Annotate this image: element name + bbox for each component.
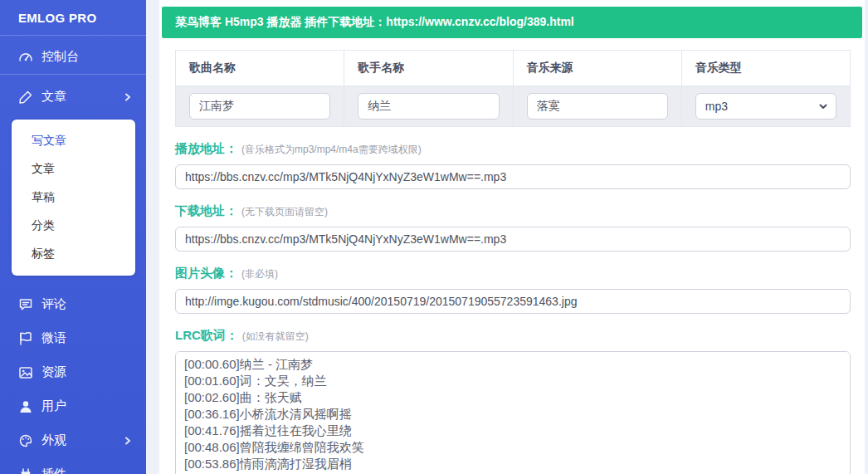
submenu-item-drafts[interactable]: 草稿: [12, 183, 135, 212]
comment-icon: [18, 297, 33, 312]
download-url-hint: (无下载页面请留空): [241, 206, 328, 217]
play-url-group: 播放地址：(音乐格式为mp3/mp4/m4a需要跨域权限): [175, 141, 851, 189]
chevron-right-icon: [123, 92, 133, 102]
lrc-hint: (如没有就留空): [242, 330, 309, 342]
articles-submenu: 写文章 文章 草稿 分类 标签: [12, 120, 135, 276]
lrc-label: LRC歌词：: [175, 328, 238, 342]
sidebar-item-label: 控制台: [41, 49, 79, 65]
sidebar-item-label: 外观: [41, 432, 66, 448]
sidebar-item-comments[interactable]: 评论: [0, 287, 146, 321]
play-url-hint: (音乐格式为mp3/mp4/m4a需要跨域权限): [241, 144, 422, 155]
download-url-input[interactable]: [175, 227, 851, 252]
user-icon: [18, 399, 33, 414]
plug-icon: [18, 467, 33, 474]
column-header-music-source: 音乐来源: [513, 51, 681, 86]
download-url-group: 下载地址：(无下载页面请留空): [175, 203, 851, 252]
column-header-music-type: 音乐类型: [681, 51, 850, 86]
sidebar-item-label: 资源: [41, 364, 66, 380]
submenu-item-write-article[interactable]: 写文章: [12, 127, 135, 155]
sidebar-item-microblog[interactable]: 微语: [0, 321, 146, 355]
download-url-label: 下载地址：: [175, 203, 237, 217]
sidebar-item-label: 微语: [41, 330, 66, 346]
song-name-input[interactable]: [189, 93, 330, 120]
artist-name-input[interactable]: [358, 93, 499, 120]
main-area: 菜鸟博客 H5mp3 播放器 插件下载地址：https://www.cnzv.c…: [146, 0, 868, 474]
sidebar-item-label: 文章: [41, 89, 66, 105]
lrc-group: LRC歌词：(如没有就留空): [175, 328, 851, 474]
music-source-input[interactable]: [527, 93, 668, 120]
submenu-item-articles[interactable]: 文章: [12, 155, 135, 183]
sidebar-item-users[interactable]: 用户: [0, 389, 146, 423]
sidebar-item-articles[interactable]: 文章: [0, 80, 146, 114]
sidebar-item-label: 评论: [41, 296, 66, 312]
flag-icon: [18, 331, 33, 346]
palette-icon: [18, 433, 33, 448]
plugin-banner: 菜鸟博客 H5mp3 播放器 插件下载地址：https://www.cnzv.c…: [162, 7, 862, 38]
avatar-url-group: 图片头像：(非必填): [175, 266, 851, 314]
sidebar-item-label: 用户: [41, 398, 66, 414]
table-input-row: mp3: [176, 86, 851, 127]
music-type-select[interactable]: mp3: [695, 93, 836, 120]
content-card: 菜鸟博客 H5mp3 播放器 插件下载地址：https://www.cnzv.c…: [159, 0, 865, 474]
sidebar: EMLOG PRO 控制台 文章 写文章 文章 草稿 分类 标签 评论: [0, 0, 146, 474]
lrc-textarea[interactable]: [175, 351, 851, 474]
divider: [0, 74, 146, 75]
sidebar-item-plugins[interactable]: 插件: [0, 457, 146, 474]
column-header-artist-name: 歌手名称: [344, 51, 513, 86]
app-logo: EMLOG PRO: [0, 0, 146, 36]
play-url-input[interactable]: [175, 164, 851, 189]
table-header-row: 歌曲名称 歌手名称 音乐来源 音乐类型: [176, 51, 851, 86]
pencil-icon: [18, 90, 33, 105]
avatar-url-label: 图片头像：: [175, 266, 237, 280]
sidebar-item-resources[interactable]: 资源: [0, 355, 146, 389]
sidebar-item-dashboard[interactable]: 控制台: [0, 40, 146, 74]
sidebar-item-appearance[interactable]: 外观: [0, 423, 146, 457]
submenu-item-categories[interactable]: 分类: [12, 212, 135, 240]
avatar-url-input[interactable]: [175, 289, 851, 314]
chevron-right-icon: [123, 436, 133, 446]
music-info-table: 歌曲名称 歌手名称 音乐来源 音乐类型 mp3: [175, 50, 851, 127]
image-icon: [18, 365, 33, 380]
sidebar-item-label: 插件: [41, 467, 66, 474]
column-header-song-name: 歌曲名称: [176, 51, 344, 86]
avatar-url-hint: (非必填): [241, 268, 278, 280]
sidebar-lower-nav: 评论 微语 资源 用户 外观: [0, 287, 146, 474]
submenu-item-tags[interactable]: 标签: [12, 240, 135, 268]
plugin-form: 歌曲名称 歌手名称 音乐来源 音乐类型 mp3: [159, 38, 865, 474]
play-url-label: 播放地址：: [175, 141, 237, 155]
gauge-icon: [18, 50, 33, 65]
